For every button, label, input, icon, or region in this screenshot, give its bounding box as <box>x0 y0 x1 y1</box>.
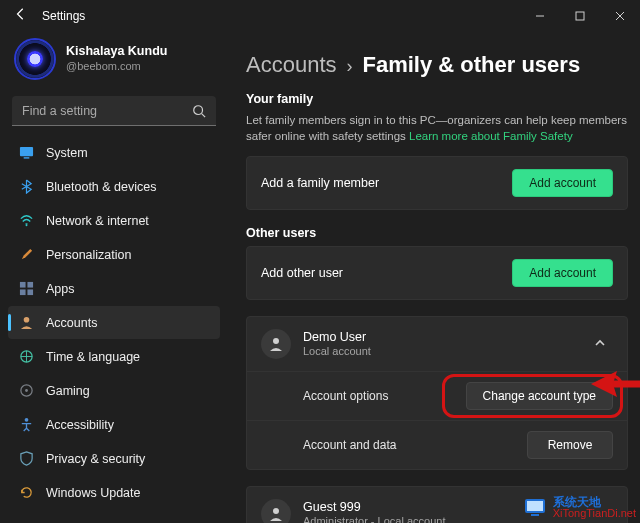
sidebar-item-label: Accessibility <box>46 418 114 432</box>
svg-point-15 <box>273 508 279 514</box>
svg-point-1 <box>194 105 203 114</box>
accessibility-icon <box>18 417 34 432</box>
svg-rect-5 <box>19 282 25 288</box>
maximize-button[interactable] <box>560 0 600 32</box>
chevron-right-icon: › <box>347 56 353 77</box>
section-other-users: Other users <box>246 226 628 240</box>
svg-rect-8 <box>27 289 33 295</box>
card-add-other-user: Add other user Add account <box>246 246 628 300</box>
sidebar-item-label: System <box>46 146 88 160</box>
svg-point-14 <box>273 338 279 344</box>
sidebar-item-bluetooth[interactable]: Bluetooth & devices <box>8 170 220 203</box>
family-safety-link[interactable]: Learn more about Family Safety <box>409 130 573 142</box>
add-other-label: Add other user <box>261 266 343 280</box>
update-icon <box>18 485 34 500</box>
sidebar: Kishalaya Kundu @beebom.com System Bluet… <box>0 32 226 523</box>
sidebar-item-gaming[interactable]: Gaming <box>8 374 220 407</box>
svg-point-12 <box>25 389 28 392</box>
nav-list: System Bluetooth & devices Network & int… <box>8 136 220 509</box>
sidebar-item-privacy[interactable]: Privacy & security <box>8 442 220 475</box>
sidebar-item-label: Bluetooth & devices <box>46 180 157 194</box>
remove-account-button[interactable]: Remove <box>527 431 613 459</box>
svg-rect-0 <box>576 12 584 20</box>
sidebar-item-accessibility[interactable]: Accessibility <box>8 408 220 441</box>
profile-block[interactable]: Kishalaya Kundu @beebom.com <box>8 32 220 92</box>
svg-point-9 <box>23 317 29 323</box>
sidebar-item-label: Gaming <box>46 384 90 398</box>
apps-icon <box>18 281 34 296</box>
sidebar-item-label: Privacy & security <box>46 452 145 466</box>
chevron-up-icon <box>587 335 613 353</box>
sidebar-item-network[interactable]: Network & internet <box>8 204 220 237</box>
add-family-label: Add a family member <box>261 176 379 190</box>
sidebar-item-accounts[interactable]: Accounts <box>8 306 220 339</box>
sidebar-item-label: Accounts <box>46 316 97 330</box>
account-data-label: Account and data <box>303 438 396 452</box>
change-account-type-button[interactable]: Change account type <box>466 382 613 410</box>
wifi-icon <box>18 213 34 228</box>
brush-icon <box>18 247 34 262</box>
page-title: Family & other users <box>363 52 581 78</box>
breadcrumb: Accounts › Family & other users <box>246 32 628 92</box>
user-subtitle: Administrator - Local account <box>303 515 445 523</box>
search-field[interactable] <box>12 96 216 126</box>
avatar <box>14 38 56 80</box>
svg-rect-6 <box>27 282 33 288</box>
svg-point-13 <box>24 418 28 422</box>
sidebar-item-label: Personalization <box>46 248 131 262</box>
search-icon <box>192 104 206 118</box>
sidebar-item-label: Windows Update <box>46 486 141 500</box>
sidebar-item-label: Time & language <box>46 350 140 364</box>
svg-rect-7 <box>19 289 25 295</box>
user-subtitle: Local account <box>303 345 371 359</box>
minimize-button[interactable] <box>520 0 560 32</box>
clock-globe-icon <box>18 349 34 364</box>
sidebar-item-time-language[interactable]: Time & language <box>8 340 220 373</box>
sidebar-item-personalization[interactable]: Personalization <box>8 238 220 271</box>
card-guest-user: Guest 999 Administrator - Local account <box>246 486 628 523</box>
person-icon <box>18 315 34 330</box>
sidebar-item-label: Network & internet <box>46 214 149 228</box>
window-title: Settings <box>42 9 85 23</box>
sidebar-item-system[interactable]: System <box>8 136 220 169</box>
account-options-label: Account options <box>303 389 388 403</box>
section-your-family: Your family <box>246 92 628 106</box>
sidebar-item-windows-update[interactable]: Windows Update <box>8 476 220 509</box>
section-your-family-desc: Let family members sign in to this PC—or… <box>246 112 628 144</box>
user-name: Guest 999 <box>303 500 445 516</box>
card-demo-user: Demo User Local account Account options … <box>246 316 628 470</box>
sidebar-item-label: Apps <box>46 282 75 296</box>
svg-rect-3 <box>23 157 29 158</box>
profile-name: Kishalaya Kundu <box>66 44 167 60</box>
title-bar: Settings <box>0 0 640 32</box>
account-data-row: Account and data Remove <box>247 420 627 469</box>
bluetooth-icon <box>18 179 34 194</box>
system-icon <box>18 145 34 160</box>
breadcrumb-parent[interactable]: Accounts <box>246 52 337 78</box>
back-icon[interactable] <box>14 7 28 25</box>
person-icon <box>261 499 291 523</box>
shield-icon <box>18 451 34 466</box>
add-other-account-button[interactable]: Add account <box>512 259 613 287</box>
person-icon <box>261 329 291 359</box>
sidebar-item-apps[interactable]: Apps <box>8 272 220 305</box>
card-add-family-member: Add a family member Add account <box>246 156 628 210</box>
svg-rect-2 <box>19 147 32 156</box>
gaming-icon <box>18 383 34 398</box>
guest-user-row[interactable]: Guest 999 Administrator - Local account <box>247 487 627 523</box>
svg-point-4 <box>25 224 27 226</box>
add-family-account-button[interactable]: Add account <box>512 169 613 197</box>
profile-email: @beebom.com <box>66 60 167 74</box>
account-options-row: Account options Change account type <box>247 371 627 420</box>
main-panel: Accounts › Family & other users Your fam… <box>226 32 640 523</box>
user-name: Demo User <box>303 330 371 346</box>
search-input[interactable] <box>22 104 184 118</box>
window-controls <box>520 0 640 32</box>
close-button[interactable] <box>600 0 640 32</box>
demo-user-row[interactable]: Demo User Local account <box>247 317 627 371</box>
